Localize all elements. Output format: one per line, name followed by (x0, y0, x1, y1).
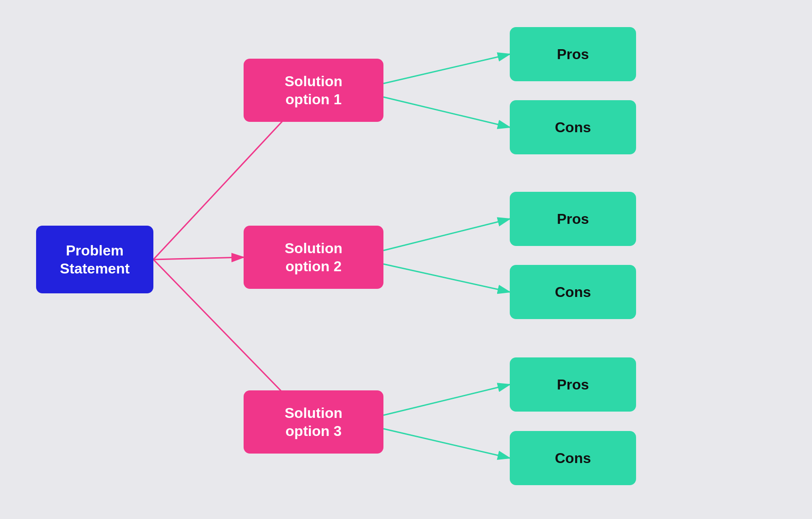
pros-2-node[interactable]: Pros (510, 192, 636, 246)
pros-1-label: Pros (557, 45, 589, 63)
pros-3-label: Pros (557, 375, 589, 394)
svg-line-5 (383, 219, 510, 250)
svg-line-3 (383, 54, 510, 83)
pros-3-node[interactable]: Pros (510, 357, 636, 412)
diagram-container: Problem Statement Solution option 1 Solu… (0, 0, 812, 519)
pros-1-node[interactable]: Pros (510, 27, 636, 81)
svg-line-1 (153, 257, 244, 260)
problem-statement-label: Problem Statement (60, 241, 130, 278)
svg-line-4 (383, 97, 510, 127)
solution-1-label: Solution option 1 (285, 72, 342, 108)
solution-option-3-node[interactable]: Solution option 3 (244, 390, 383, 454)
cons-1-label: Cons (555, 118, 591, 136)
pros-2-label: Pros (557, 210, 589, 228)
solution-option-1-node[interactable]: Solution option 1 (244, 59, 383, 122)
cons-2-node[interactable]: Cons (510, 265, 636, 319)
cons-3-label: Cons (555, 449, 591, 467)
solution-option-2-node[interactable]: Solution option 2 (244, 226, 383, 289)
cons-3-node[interactable]: Cons (510, 431, 636, 485)
svg-line-7 (383, 385, 510, 415)
cons-2-label: Cons (555, 283, 591, 301)
solution-3-label: Solution option 3 (285, 404, 342, 440)
cons-1-node[interactable]: Cons (510, 100, 636, 154)
problem-statement-node[interactable]: Problem Statement (36, 226, 153, 293)
svg-line-8 (383, 429, 510, 458)
solution-2-label: Solution option 2 (285, 239, 342, 275)
svg-line-6 (383, 264, 510, 292)
